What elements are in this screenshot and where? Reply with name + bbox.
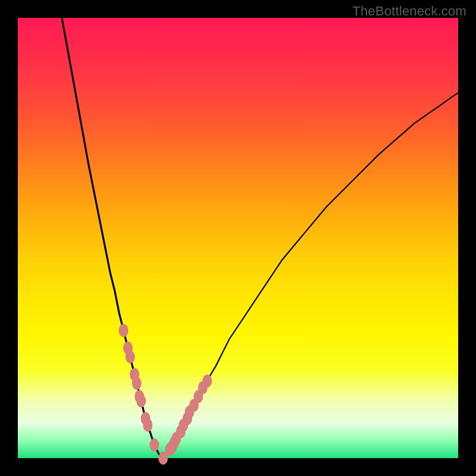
scatter-markers <box>119 324 212 465</box>
data-marker <box>132 377 142 390</box>
left-curve <box>62 18 163 458</box>
watermark-text: TheBottleneck.com <box>352 4 466 19</box>
data-marker <box>202 375 212 388</box>
plot-area <box>18 18 458 458</box>
data-marker <box>143 419 152 432</box>
data-marker <box>136 394 146 408</box>
chart-svg <box>18 18 458 458</box>
right-curve <box>163 93 458 458</box>
data-marker <box>126 350 135 364</box>
data-marker <box>149 439 159 452</box>
curve-right <box>163 93 458 458</box>
data-marker <box>119 324 129 337</box>
chart-frame: TheBottleneck.com <box>0 0 476 476</box>
curve-left <box>62 18 163 458</box>
